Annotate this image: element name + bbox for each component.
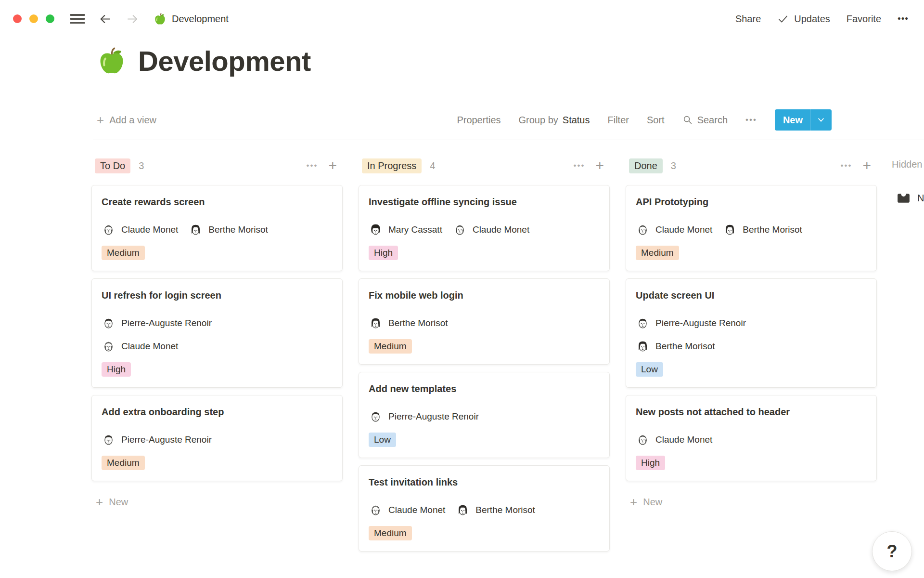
assignee-name: Claude Monet: [388, 505, 445, 515]
card-title: New posts not attached to header: [636, 406, 867, 419]
plus-icon: +: [630, 496, 637, 508]
column-add-icon[interactable]: +: [328, 158, 337, 173]
card-assignees: Pierre-Auguste RenoirClaude Monet: [102, 316, 333, 353]
monet-avatar-icon: [102, 223, 116, 236]
new-button[interactable]: New: [775, 109, 832, 131]
new-button-label: New: [775, 115, 810, 126]
board-card[interactable]: New posts not attached to headerClaude M…: [626, 395, 877, 481]
board-column-in-progress: In Progress4•••+Investigate offline sync…: [359, 157, 610, 552]
window-titlebar: Development Share Updates Favorite •••: [0, 0, 924, 38]
add-view-label: Add a view: [109, 115, 156, 126]
column-status-pill[interactable]: Done: [629, 158, 663, 173]
priority-tag[interactable]: Medium: [369, 339, 412, 354]
add-view-button[interactable]: + Add a view: [97, 114, 156, 126]
column-status-pill[interactable]: In Progress: [362, 158, 422, 173]
plus-icon: +: [97, 114, 104, 126]
kanban-board: To Do3•••+Create rewards screenClaude Mo…: [91, 157, 877, 552]
share-button[interactable]: Share: [735, 13, 761, 25]
priority-tag[interactable]: Medium: [636, 246, 679, 260]
cassatt-avatar-icon: [369, 223, 383, 236]
back-arrow-icon[interactable]: [98, 12, 113, 26]
priority-tag[interactable]: Medium: [102, 456, 145, 470]
hidden-column-item[interactable]: N: [896, 191, 924, 206]
view-toolbar: + Add a view Properties Group byStatus F…: [97, 109, 832, 131]
assignee: Pierre-Auguste Renoir: [102, 433, 212, 447]
window-minimize-button[interactable]: [29, 14, 38, 23]
column-new-card-button[interactable]: +New: [91, 496, 343, 508]
hidden-columns-toggle[interactable]: Hidden: [892, 159, 924, 170]
card-assignees: Claude Monet: [636, 433, 867, 447]
priority-tag[interactable]: Low: [636, 362, 663, 377]
board-card[interactable]: Create rewards screenClaude MonetBerthe …: [91, 185, 343, 271]
toolbar-more-icon[interactable]: •••: [745, 115, 757, 125]
priority-tag[interactable]: Medium: [369, 526, 412, 540]
board-card[interactable]: UI refresh for login screenPierre-August…: [91, 278, 343, 388]
board-card[interactable]: Investigate offline syncing issueMary Ca…: [359, 185, 610, 271]
board-card[interactable]: Update screen UIPierre-Auguste RenoirBer…: [626, 278, 877, 388]
assignee-name: Pierre-Auguste Renoir: [388, 411, 479, 422]
assignee: Claude Monet: [369, 503, 445, 517]
page-apple-icon-large[interactable]: [97, 46, 127, 76]
assignee-name: Berthe Morisot: [388, 318, 448, 328]
column-status-pill[interactable]: To Do: [95, 158, 130, 173]
column-cards: Create rewards screenClaude MonetBerthe …: [91, 185, 343, 481]
group-by-button[interactable]: Group byStatus: [519, 115, 590, 126]
search-button[interactable]: Search: [682, 115, 728, 126]
card-assignees: Pierre-Auguste RenoirBerthe Morisot: [636, 316, 867, 353]
column-more-icon[interactable]: •••: [574, 161, 585, 171]
assignee-name: Pierre-Auguste Renoir: [121, 318, 212, 328]
window-zoom-button[interactable]: [46, 14, 54, 23]
assignee: Claude Monet: [102, 223, 178, 236]
morisot-avatar-icon: [369, 316, 383, 330]
updates-button[interactable]: Updates: [777, 13, 830, 25]
morisot-avatar-icon: [636, 339, 650, 353]
priority-tag[interactable]: High: [369, 246, 398, 260]
monet-avatar-icon: [636, 433, 650, 447]
priority-tag[interactable]: High: [102, 362, 131, 377]
forward-arrow-icon[interactable]: [125, 12, 140, 26]
priority-tag[interactable]: Medium: [102, 246, 145, 260]
column-header: To Do3•••+: [91, 157, 343, 174]
priority-tag[interactable]: Low: [369, 433, 396, 447]
renoir-avatar-icon: [102, 316, 116, 330]
assignee: Claude Monet: [636, 223, 712, 236]
help-button[interactable]: ?: [872, 531, 912, 571]
inbox-icon: [896, 191, 911, 206]
sort-button[interactable]: Sort: [647, 115, 665, 126]
board-card[interactable]: Add extra onboarding stepPierre-Auguste …: [91, 395, 343, 481]
hidden-columns-section: Hidden N: [892, 159, 924, 206]
column-count: 4: [430, 160, 435, 171]
card-assignees: Mary CassattClaude Monet: [369, 223, 600, 236]
sidebar-menu-icon[interactable]: [70, 13, 85, 25]
breadcrumb[interactable]: Development: [154, 13, 229, 26]
filter-button[interactable]: Filter: [608, 115, 629, 126]
new-card-label: New: [643, 497, 662, 508]
page-title[interactable]: Development: [138, 45, 311, 77]
column-count: 3: [671, 160, 676, 171]
column-more-icon[interactable]: •••: [841, 161, 852, 171]
column-add-icon[interactable]: +: [595, 158, 604, 173]
monet-avatar-icon: [369, 503, 383, 517]
column-more-icon[interactable]: •••: [307, 161, 318, 171]
assignee-name: Mary Cassatt: [388, 224, 442, 235]
board-card[interactable]: Add new templatesPierre-Auguste RenoirLo…: [359, 372, 610, 458]
board-card[interactable]: Fix mobile web loginBerthe MorisotMedium: [359, 278, 610, 365]
board-card[interactable]: API PrototypingClaude MonetBerthe Moriso…: [626, 185, 877, 271]
assignee-name: Pierre-Auguste Renoir: [655, 318, 746, 328]
assignee-name: Berthe Morisot: [208, 224, 268, 235]
column-add-icon[interactable]: +: [862, 158, 871, 173]
column-new-card-button[interactable]: +New: [626, 496, 877, 508]
favorite-button[interactable]: Favorite: [847, 13, 881, 25]
board-card[interactable]: Test invitation linksClaude MonetBerthe …: [359, 465, 610, 552]
assignee: Berthe Morisot: [723, 223, 802, 236]
assignee-name: Berthe Morisot: [743, 224, 802, 235]
properties-button[interactable]: Properties: [457, 115, 500, 126]
window-more-icon[interactable]: •••: [898, 13, 909, 24]
window-close-button[interactable]: [13, 14, 22, 23]
assignee: Claude Monet: [636, 433, 712, 447]
new-button-chevron[interactable]: [810, 115, 832, 125]
morisot-avatar-icon: [456, 503, 470, 517]
updates-label: Updates: [794, 13, 830, 25]
board-column-done: Done3•••+API PrototypingClaude MonetBert…: [626, 157, 877, 552]
priority-tag[interactable]: High: [636, 456, 665, 470]
